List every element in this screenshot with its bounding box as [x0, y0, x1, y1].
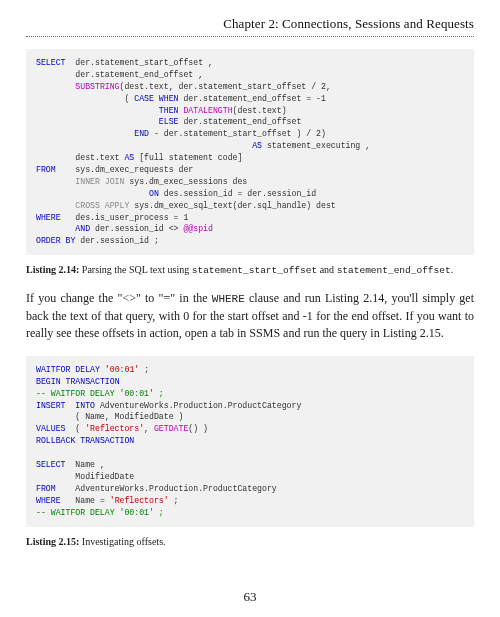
page-container: Chapter 2: Connections, Sessions and Req… [0, 0, 500, 617]
page-number: 63 [0, 589, 500, 605]
chapter-title: Chapter 2: Connections, Sessions and Req… [26, 16, 474, 32]
code-listing-2-14: SELECT der.statement_start_offset , der.… [26, 49, 474, 255]
body-paragraph: If you change the "<>" to "=" in the WHE… [26, 290, 474, 342]
listing-caption-2-14: Listing 2.14: Parsing the SQL text using… [26, 264, 474, 276]
header-rule [26, 36, 474, 37]
code-listing-2-15: WAITFOR DELAY '00:01' ; BEGIN TRANSACTIO… [26, 356, 474, 527]
caption-text: Investigating offsets. [82, 536, 166, 547]
caption-text: Parsing the SQL text using statement_sta… [82, 264, 453, 275]
listing-caption-2-15: Listing 2.15: Investigating offsets. [26, 536, 474, 547]
caption-label: Listing 2.14: [26, 264, 79, 275]
caption-label: Listing 2.15: [26, 536, 79, 547]
